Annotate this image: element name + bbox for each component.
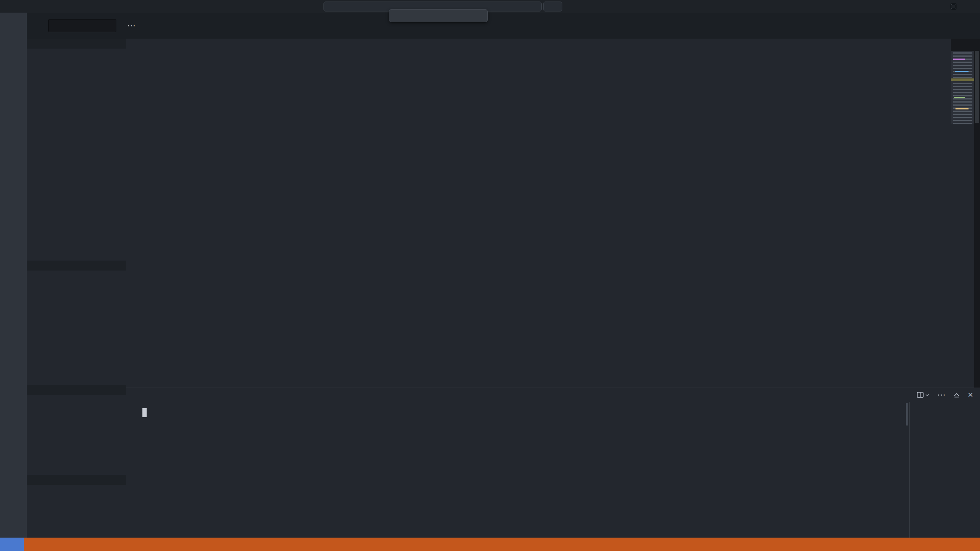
editor-scrollbar[interactable] (974, 51, 980, 388)
toggle-panel-icon[interactable] (897, 0, 912, 13)
activity-bar (0, 13, 27, 538)
terminal-views-icon[interactable] (917, 391, 929, 398)
remote-indicator[interactable] (0, 538, 24, 551)
status-bar (0, 538, 980, 551)
more-actions-icon[interactable]: ⋯ (127, 21, 136, 31)
run-and-debug-bar: ⋯ (27, 13, 207, 39)
breakpoints-header[interactable] (27, 475, 126, 485)
title-bar (0, 0, 980, 13)
terminal-output[interactable] (126, 402, 909, 538)
debug-sidebar (27, 39, 126, 538)
panel-more-actions-icon[interactable]: ⋯ (937, 390, 946, 400)
window-close-button[interactable] (962, 0, 980, 13)
bottom-panel: ⋯ × (126, 388, 980, 538)
launch-config-dropdown[interactable] (48, 19, 116, 32)
terminal-sessions-list (909, 402, 980, 538)
panel-maximize-icon[interactable] (953, 391, 960, 398)
code-editor[interactable] (126, 51, 951, 388)
window-minimize-button[interactable] (927, 0, 945, 13)
panel-close-icon[interactable]: × (968, 390, 973, 400)
copilot-menu-button[interactable] (543, 2, 562, 11)
breakpoints-section (27, 475, 126, 538)
customize-layout-icon[interactable] (866, 0, 881, 13)
terminal-cursor (142, 408, 147, 417)
toggle-secondary-sidebar-icon[interactable] (912, 0, 927, 13)
watch-header[interactable] (27, 261, 126, 271)
editor-top-row: ⋯ (27, 13, 980, 39)
minimap[interactable] (951, 51, 974, 388)
window-restore-button[interactable] (945, 0, 962, 13)
call-stack-section (27, 385, 126, 475)
terminal-scrollbar[interactable] (906, 403, 908, 425)
breadcrumb (126, 39, 951, 51)
debug-toolbar (389, 9, 488, 22)
watch-section (27, 261, 126, 385)
toggle-sidebar-icon[interactable] (881, 0, 897, 13)
call-stack-header[interactable] (27, 385, 126, 395)
variables-header[interactable] (27, 39, 126, 49)
variables-section (27, 39, 126, 261)
panel-tab-bar: ⋯ × (126, 388, 980, 402)
